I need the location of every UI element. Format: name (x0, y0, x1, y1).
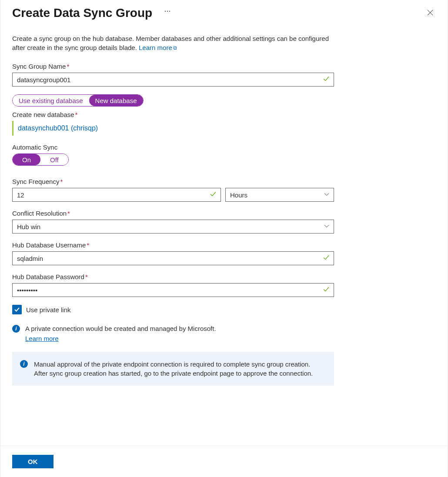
new-database-option[interactable]: New database (89, 95, 143, 106)
hub-username-label: Hub Database Username* (12, 241, 334, 249)
private-link-info-text: A private connection would be created an… (25, 324, 216, 343)
close-icon (427, 10, 433, 16)
page-title: Create Data Sync Group (12, 6, 152, 20)
hub-username-input[interactable] (12, 251, 334, 265)
auto-sync-off-option[interactable]: Off (40, 154, 68, 165)
sync-group-name-label: Sync Group Name* (12, 63, 334, 70)
hub-password-input[interactable] (12, 283, 334, 297)
automatic-sync-label: Automatic Sync (12, 143, 334, 151)
use-private-link-label: Use private link (26, 306, 71, 314)
use-existing-database-option[interactable]: Use existing database (13, 95, 89, 106)
auto-sync-on-option[interactable]: On (13, 154, 40, 165)
intro-text: Create a sync group on the hub database.… (12, 34, 343, 52)
database-link-row: datasynchub001 (chrisqp) (12, 121, 436, 136)
conflict-resolution-label: Conflict Resolution* (12, 210, 334, 217)
learn-more-link[interactable]: Learn more⧉ (139, 44, 177, 51)
create-new-database-label: Create new database* (12, 111, 334, 118)
sync-frequency-unit-select[interactable]: Hours (225, 188, 334, 202)
approval-callout: i Manual approval of the private endpoin… (12, 352, 334, 386)
external-link-icon: ⧉ (173, 44, 177, 52)
hub-password-label: Hub Database Password* (12, 273, 334, 280)
approval-callout-text: Manual approval of the private endpoint … (34, 360, 325, 378)
private-link-learn-more-link[interactable]: Learn more (25, 334, 216, 343)
conflict-resolution-select[interactable]: Hub win (12, 220, 334, 233)
close-button[interactable] (425, 7, 436, 20)
info-icon: i (20, 360, 28, 368)
ok-button[interactable]: OK (12, 455, 53, 468)
automatic-sync-toggle: On Off (12, 153, 69, 166)
sync-frequency-input[interactable] (12, 188, 221, 202)
new-database-link[interactable]: datasynchub001 (chrisqp) (18, 124, 98, 132)
database-toggle: Use existing database New database (12, 94, 144, 107)
more-icon[interactable]: ··· (164, 8, 171, 15)
sync-frequency-label: Sync Frequency* (12, 178, 334, 185)
checkmark-icon (14, 307, 20, 313)
info-icon: i (12, 325, 20, 333)
use-private-link-checkbox[interactable] (12, 305, 22, 314)
sync-group-name-input[interactable] (12, 73, 334, 87)
